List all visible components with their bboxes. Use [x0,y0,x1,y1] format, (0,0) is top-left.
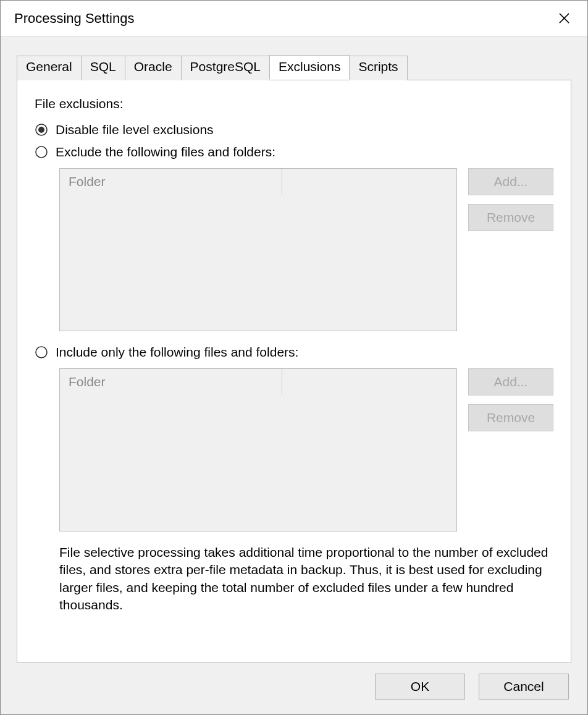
include-list-block: Folder Add... Remove [59,368,553,531]
exclude-list-block: Folder Add... Remove [59,168,553,331]
radio-unselected-icon [35,145,48,159]
window-title: Processing Settings [14,11,552,27]
client-area: General SQL Oracle PostgreSQL Exclusions… [1,36,587,714]
radio-include-label: Include only the following files and fol… [56,345,298,360]
radio-exclude-label: Exclude the following files and folders: [56,145,275,159]
ok-button[interactable]: OK [375,674,465,700]
tab-oracle[interactable]: Oracle [125,56,182,80]
exclude-remove-button[interactable]: Remove [468,204,553,231]
include-remove-button[interactable]: Remove [468,404,553,431]
tab-scripts[interactable]: Scripts [349,56,407,80]
close-icon [558,12,570,24]
svg-point-5 [36,347,47,358]
radio-include-only[interactable]: Include only the following files and fol… [35,345,553,360]
svg-point-4 [36,146,47,158]
include-folder-column: Folder [60,369,282,395]
radio-disable-exclusions[interactable]: Disable file level exclusions [35,122,553,137]
exclusions-note: File selective processing takes addition… [59,544,553,614]
file-exclusions-label: File exclusions: [35,96,553,111]
dialog-footer: OK Cancel [17,662,571,703]
exclude-buttons: Add... Remove [468,168,553,331]
close-button[interactable] [552,6,576,31]
radio-selected-icon [35,123,48,137]
include-listbox[interactable]: Folder [59,368,457,531]
tab-exclusions[interactable]: Exclusions [269,55,350,80]
radio-unselected-icon [35,345,48,359]
tab-sql[interactable]: SQL [81,56,125,80]
dialog-window: Processing Settings General SQL Oracle P… [0,0,588,715]
tab-strip: General SQL Oracle PostgreSQL Exclusions… [17,55,571,80]
tab-general[interactable]: General [17,56,82,80]
exclude-listbox[interactable]: Folder [59,168,457,331]
include-buttons: Add... Remove [468,368,553,531]
svg-point-3 [38,127,44,133]
tab-panel-exclusions: File exclusions: Disable file level excl… [17,80,571,662]
include-list-header: Folder [60,369,456,395]
exclude-add-button[interactable]: Add... [468,168,553,195]
exclude-list-header: Folder [60,169,456,195]
radio-disable-label: Disable file level exclusions [56,122,214,137]
radio-exclude-files[interactable]: Exclude the following files and folders: [35,145,553,159]
titlebar: Processing Settings [1,1,587,36]
include-add-button[interactable]: Add... [468,368,553,396]
cancel-button[interactable]: Cancel [479,674,569,700]
exclude-folder-column: Folder [60,169,282,195]
tab-postgresql[interactable]: PostgreSQL [181,56,270,80]
